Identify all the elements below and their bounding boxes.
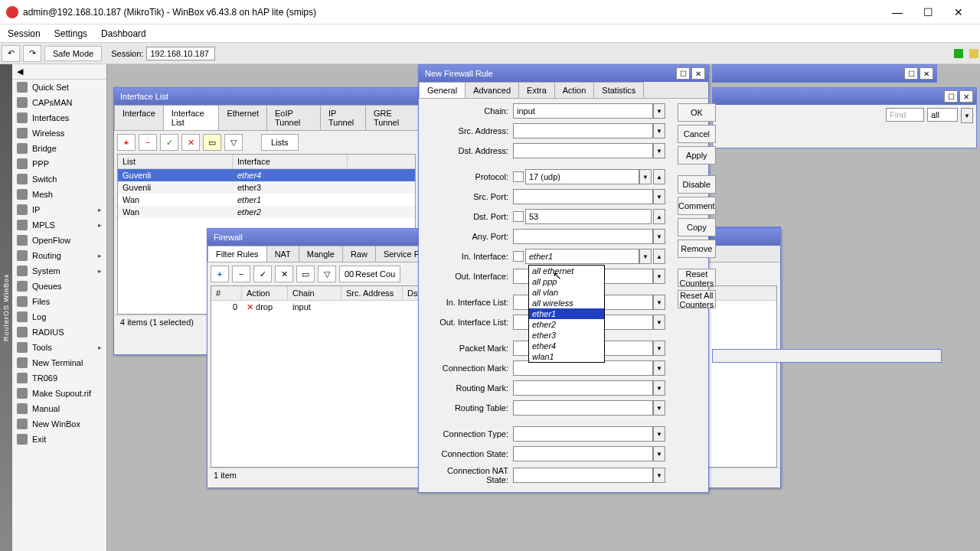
- undo-button[interactable]: ↶: [2, 45, 20, 62]
- dropdown-option[interactable]: ether2: [529, 319, 604, 330]
- fw-hdr-num[interactable]: #: [211, 286, 242, 300]
- copy-btn[interactable]: Copy: [678, 218, 716, 236]
- chain-input[interactable]: [513, 103, 653, 119]
- iniface-neg-check[interactable]: [513, 251, 524, 262]
- sidebar-collapse[interactable]: ◀: [12, 64, 106, 80]
- dropdown-option[interactable]: all vlan: [529, 287, 604, 298]
- ok-button[interactable]: OK: [678, 103, 716, 122]
- dropdown-option[interactable]: all ethernet: [529, 266, 604, 276]
- tab-action[interactable]: Action: [554, 82, 595, 98]
- dropdown-option[interactable]: all ppp: [529, 276, 604, 287]
- sidebar-item-mpls[interactable]: MPLS▸: [12, 217, 106, 233]
- connnat-dd[interactable]: ▼: [653, 468, 665, 483]
- connmark-dd[interactable]: ▼: [653, 360, 665, 376]
- fw-hdr-action[interactable]: Action: [242, 286, 288, 300]
- sidebar-item-manual[interactable]: Manual: [12, 401, 106, 416]
- tab-raw[interactable]: Raw: [342, 246, 376, 262]
- fw-filter-button[interactable]: ▽: [318, 266, 336, 282]
- bg2-close[interactable]: ✕: [959, 90, 973, 103]
- menu-session[interactable]: Session: [8, 28, 41, 39]
- sidebar-item-ip[interactable]: IP▸: [12, 202, 106, 217]
- filter-button[interactable]: ▽: [224, 134, 243, 151]
- srcaddr-dd[interactable]: ▼: [653, 123, 665, 139]
- tab-gre[interactable]: GRE Tunnel: [365, 105, 420, 130]
- iflist-titlebar[interactable]: Interface List: [114, 88, 419, 105]
- outiface-dd[interactable]: ▼: [653, 269, 665, 284]
- tab-nat[interactable]: NAT: [266, 246, 299, 262]
- reset-all-counters-btn[interactable]: Reset All Counters: [678, 290, 716, 308]
- dstport-neg-check[interactable]: [513, 211, 524, 222]
- apply-button[interactable]: Apply: [678, 146, 716, 165]
- add-button[interactable]: +: [117, 134, 136, 151]
- bg2-find[interactable]: [886, 108, 924, 122]
- dropdown-option[interactable]: all wireless: [529, 298, 604, 308]
- newrule-titlebar[interactable]: New Firewall Rule ☐ ✕: [419, 65, 708, 82]
- inifacelist-dd[interactable]: ▼: [653, 295, 665, 310]
- sidebar-item-files[interactable]: Files: [12, 294, 106, 309]
- chain-dd[interactable]: ▼: [653, 103, 665, 119]
- proto-neg-check[interactable]: [513, 171, 524, 182]
- bg1-max[interactable]: ☐: [904, 67, 918, 80]
- hdr-interface[interactable]: Interface: [233, 155, 348, 168]
- rtmark-dd[interactable]: ▼: [653, 380, 665, 396]
- bg-scrollbar[interactable]: [712, 349, 942, 363]
- fw-comment-button[interactable]: ▭: [296, 266, 315, 282]
- menu-settings[interactable]: Settings: [54, 28, 87, 39]
- newrule-close[interactable]: ✕: [691, 67, 705, 80]
- sidebar-item-new-terminal[interactable]: New Terminal: [12, 355, 106, 370]
- srcport-input[interactable]: [513, 189, 653, 204]
- fw-enable-button[interactable]: ✓: [253, 266, 272, 282]
- tab-general[interactable]: General: [419, 82, 466, 98]
- sidebar-item-system[interactable]: System▸: [12, 263, 106, 279]
- rtmark-input[interactable]: [513, 380, 653, 396]
- iflist-row[interactable]: Wanether2: [118, 206, 415, 218]
- srcport-dd[interactable]: ▼: [653, 189, 665, 204]
- rttbl-dd[interactable]: ▼: [653, 400, 665, 416]
- iniface-input[interactable]: [525, 249, 639, 264]
- tab-mangle[interactable]: Mangle: [299, 246, 343, 262]
- proto-input[interactable]: [525, 169, 639, 184]
- redo-button[interactable]: ↷: [23, 45, 41, 62]
- comment-button[interactable]: ▭: [203, 134, 221, 151]
- sidebar-item-ppp[interactable]: PPP: [12, 156, 106, 171]
- bg2-dd[interactable]: ▼: [961, 108, 973, 123]
- connnat-input[interactable]: [513, 468, 653, 483]
- connstate-dd[interactable]: ▼: [653, 446, 665, 461]
- bg1-close[interactable]: ✕: [920, 67, 933, 80]
- anyport-dd[interactable]: ▼: [653, 229, 665, 244]
- sidebar-item-make-supout-rif[interactable]: Make Supout.rif: [12, 386, 106, 401]
- tab-interface-list[interactable]: Interface List: [163, 105, 220, 130]
- pktmark-dd[interactable]: ▼: [653, 341, 665, 356]
- cancel-button[interactable]: Cancel: [678, 125, 716, 143]
- fw-hdr-src[interactable]: Src. Address: [341, 286, 403, 300]
- srcaddr-input[interactable]: [513, 123, 653, 139]
- conntype-dd[interactable]: ▼: [653, 426, 665, 442]
- safe-mode-button[interactable]: Safe Mode: [44, 46, 102, 61]
- minimize-button[interactable]: —: [882, 2, 913, 23]
- bg2-max[interactable]: ☐: [944, 90, 958, 103]
- dropdown-option[interactable]: ether3: [529, 330, 604, 341]
- fw-add-button[interactable]: +: [211, 266, 229, 282]
- tab-eoip[interactable]: EoIP Tunnel: [266, 105, 321, 130]
- sidebar-item-interfaces[interactable]: Interfaces: [12, 110, 106, 126]
- close-button[interactable]: ✕: [943, 2, 974, 23]
- dropdown-option[interactable]: ether4: [529, 341, 604, 351]
- dstaddr-input[interactable]: [513, 143, 653, 158]
- iniface-up[interactable]: ▲: [653, 249, 665, 264]
- tab-interface[interactable]: Interface: [114, 105, 164, 130]
- sidebar-item-bridge[interactable]: Bridge: [12, 141, 106, 156]
- session-input[interactable]: [146, 47, 215, 60]
- enable-button[interactable]: ✓: [160, 134, 178, 151]
- disable-button[interactable]: ✕: [181, 134, 200, 151]
- iniface-dd[interactable]: ▼: [639, 249, 652, 264]
- fw-remove-button[interactable]: −: [232, 266, 250, 282]
- sidebar-item-log[interactable]: Log: [12, 309, 106, 324]
- iflist-row[interactable]: Wanether1: [118, 194, 415, 206]
- tab-ethernet[interactable]: Ethernet: [218, 105, 267, 130]
- lists-button[interactable]: Lists: [261, 134, 299, 151]
- sidebar-item-capsman[interactable]: CAPsMAN: [12, 95, 106, 110]
- iniface-dropdown-list[interactable]: all ethernetall pppall vlanall wirelesse…: [528, 265, 605, 363]
- sidebar-item-radius[interactable]: RADIUS: [12, 324, 106, 340]
- menu-dashboard[interactable]: Dashboard: [101, 28, 146, 39]
- outifacelist-dd[interactable]: ▼: [653, 315, 665, 330]
